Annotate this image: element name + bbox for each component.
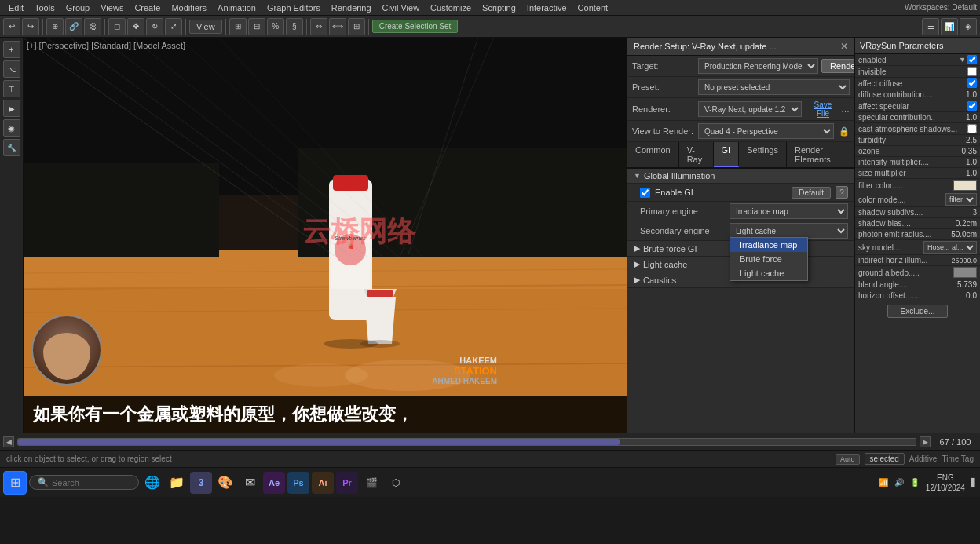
named-selection-btn[interactable]: ☰ [922,18,939,35]
taskbar-ai[interactable]: Ai [312,472,334,494]
target-select[interactable]: Production Rendering Mode [698,58,818,74]
ground-albedo-color[interactable] [953,267,977,278]
utilities-btn[interactable]: 🔧 [3,139,20,156]
subtitle-bar: 如果你有一个金属或塑料的原型，你想做些改变， [24,396,627,433]
render-panel-close[interactable]: ✕ [840,41,848,52]
dropdown-item-irradiance[interactable]: Irradiance map [730,238,807,252]
redo-btn[interactable]: ↪ [22,18,39,35]
taskbar-3dsmax[interactable]: 3 [190,472,212,494]
tab-common[interactable]: Common [627,142,679,167]
tab-vray[interactable]: V-Ray [679,142,714,167]
layer-mgr-btn[interactable]: ⊞ [348,18,365,35]
menu-customize[interactable]: Customize [425,3,477,13]
exclude-button[interactable]: Exclude... [887,305,949,318]
hierarchy-btn[interactable]: ⊤ [3,80,20,97]
menu-rendering[interactable]: Rendering [326,3,377,13]
menu-group[interactable]: Group [60,3,96,13]
dropdown-item-light-cache[interactable]: Light cache [730,266,807,280]
taskbar-ps[interactable]: Ps [287,472,309,494]
menu-modifiers[interactable]: Modifiers [166,3,212,13]
mirror-btn[interactable]: ⇔ [310,18,327,35]
menu-animation[interactable]: Animation [212,3,261,13]
menu-tools[interactable]: Tools [29,3,60,13]
tray-sound[interactable]: 🔊 [894,478,904,487]
align-btn[interactable]: ⟺ [329,18,346,35]
gi-content: ▼ Global Illumination Enable GI Default … [627,169,854,433]
taskbar-vscode[interactable]: 🎨 [214,472,236,494]
create-panel-btn[interactable]: + [3,41,20,58]
auto-button[interactable]: Auto [836,454,860,465]
menu-civil-view[interactable]: Civil View [377,3,425,13]
angle-snap-btn[interactable]: ⊟ [248,18,265,35]
cast-atmospheric-checkbox[interactable] [967,124,977,133]
taskbar-mail[interactable]: ✉ [239,472,261,494]
gi-help-button[interactable]: ? [836,186,848,199]
preset-select[interactable]: No preset selected [698,79,850,95]
timeline-prev[interactable]: ◀ [3,436,14,447]
rotate-btn[interactable]: ↻ [146,18,163,35]
select-obj-btn[interactable]: ◻ [108,18,126,35]
color-mode-select[interactable]: filter [945,193,977,206]
menu-graph-editors[interactable]: Graph Editors [261,3,326,13]
percent-snap-btn[interactable]: % [267,18,284,35]
enable-gi-checkbox[interactable] [640,188,650,198]
invisible-checkbox[interactable] [967,67,977,76]
spinner-snap-btn[interactable]: § [286,18,303,35]
taskbar-maya[interactable]: 🎬 [360,472,382,494]
enabled-checkbox[interactable] [967,55,977,64]
show-desktop[interactable]: ▌ [971,478,977,487]
taskbar-unity[interactable]: ⬡ [385,472,407,494]
tab-render-elements[interactable]: Render Elements [787,142,854,167]
renderer-options-dots[interactable]: … [841,104,850,114]
sky-model-select[interactable]: Hose... al... [923,241,977,254]
timeline-track[interactable] [17,438,916,446]
viewport[interactable]: Strawberries 🍓 [+] [Perspective] [Standa… [24,38,627,433]
renderer-select[interactable]: V-Ray Next, update 1.2 [698,101,802,117]
tray-battery[interactable]: 🔋 [910,478,920,487]
display-btn[interactable]: ◉ [3,119,20,137]
create-selection-set-btn[interactable]: Create Selection Set [372,20,459,33]
gi-section-header[interactable]: ▼ Global Illumination [627,169,854,184]
taskbar-pr[interactable]: Pr [336,472,358,494]
primary-engine-select[interactable]: Irradiance map [730,203,848,219]
menu-edit[interactable]: Edit [3,3,29,13]
lock-icon[interactable]: 🔒 [839,126,850,137]
schematic-btn[interactable]: ◈ [960,18,977,35]
tab-gi[interactable]: GI [714,142,740,167]
default-button[interactable]: Default [792,187,831,199]
secondary-engine-dropdown[interactable]: Irradiance map Brute force Light cache [730,237,808,281]
menu-create[interactable]: Create [129,3,166,13]
tab-settings[interactable]: Settings [739,142,787,167]
taskbar-chrome[interactable]: 🌐 [141,472,163,494]
start-button[interactable]: ⊞ [3,471,27,495]
select-btn[interactable]: ⊕ [46,18,64,35]
affect-specular-checkbox[interactable] [967,101,977,111]
taskbar-explorer[interactable]: 📁 [166,472,188,494]
move-btn[interactable]: ✥ [127,18,144,35]
timeline-next[interactable]: ▶ [920,436,931,447]
secondary-engine-select[interactable]: Light cache [730,223,848,239]
scale-btn[interactable]: ⤢ [165,18,182,35]
snap-btn[interactable]: ⊞ [229,18,247,35]
menu-interactive[interactable]: Interactive [521,3,572,13]
menu-content[interactable]: Content [572,3,614,13]
sep5 [306,19,307,35]
dropdown-item-brute-force[interactable]: Brute force [730,252,807,266]
motion-btn[interactable]: ▶ [3,100,20,117]
modify-panel-btn[interactable]: ⌥ [3,60,20,78]
view-to-render-select[interactable]: Quad 4 - Perspective [698,123,834,139]
menu-views[interactable]: Views [95,3,129,13]
unlink-btn[interactable]: ⛓ [84,18,101,35]
tray-network[interactable]: 📶 [879,478,888,487]
track-view-btn[interactable]: 📊 [941,18,958,35]
tray-time[interactable]: ENG 12/10/2024 [926,473,965,493]
undo-btn[interactable]: ↩ [3,18,20,35]
taskbar-ae[interactable]: Ae [263,472,285,494]
link-btn[interactable]: 🔗 [65,18,82,35]
menu-scripting[interactable]: Scripting [477,3,521,13]
taskbar-search-box[interactable]: 🔍 [29,475,139,490]
search-input[interactable] [52,478,130,487]
save-file-button[interactable]: Save File [808,100,838,118]
filter-color-box[interactable] [953,180,977,191]
affect-diffuse-checkbox[interactable] [967,78,977,88]
